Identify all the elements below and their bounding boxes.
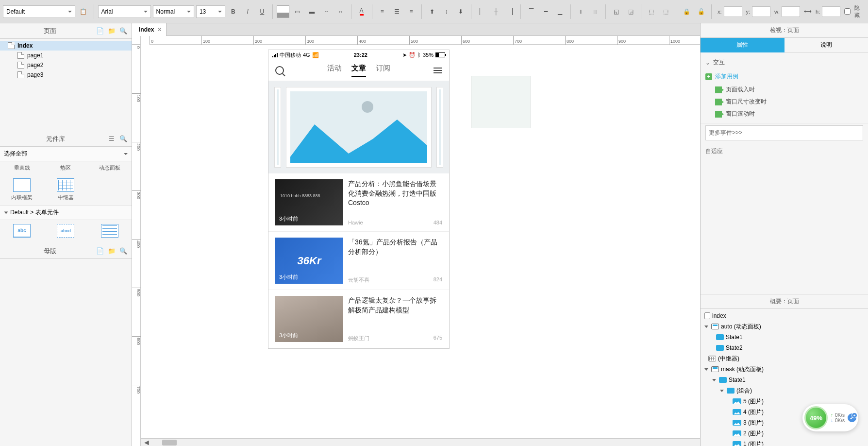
style-manager-icon[interactable]: 📋 (77, 5, 90, 18)
text-color-button[interactable]: A (355, 5, 368, 18)
page-icon (704, 312, 710, 319)
italic-button[interactable]: I (241, 5, 254, 18)
outline-dynpanel[interactable]: mask (动态面板) (701, 364, 868, 375)
border-button[interactable]: ▬ (305, 5, 318, 18)
article-title: 产品逻辑太复杂？一个故事拆解极简产品建构模型 (348, 296, 442, 315)
widget-form-2[interactable]: abcd (44, 224, 87, 240)
outline-state[interactable]: State2 (701, 343, 868, 353)
outline-root[interactable]: index (701, 310, 868, 321)
scrollbar-horizontal[interactable]: ◄ (141, 438, 700, 446)
event-page-load[interactable]: 页面载入时 (705, 84, 863, 96)
event-window-resize[interactable]: 窗口尺寸改变时 (705, 96, 863, 108)
article-thumb: 36Kr3小时前 (275, 238, 343, 284)
valign-bottom-button[interactable]: ⬇ (454, 5, 467, 18)
canvas[interactable]: 中国移动 4G 📶 23:22 ➤ ⏰ ᛒ 35% (141, 45, 700, 446)
style-select[interactable]: Default (3, 5, 75, 18)
send-back[interactable]: ◲ (624, 5, 637, 18)
add-folder-icon[interactable]: 📁 (107, 27, 116, 35)
lock-button[interactable]: 🔒 (680, 5, 693, 18)
line-color-button[interactable]: ▭ (291, 5, 304, 18)
link-wh-icon[interactable]: ⟷ (804, 8, 812, 15)
search-pages-icon[interactable]: 🔍 (119, 27, 128, 35)
group-button[interactable]: ⬚ (645, 5, 658, 18)
x-input[interactable] (724, 6, 742, 17)
underline-button[interactable]: U (256, 5, 268, 18)
hidden-checkbox[interactable] (844, 8, 851, 15)
font-select[interactable]: Arial (98, 5, 151, 18)
h-input[interactable] (822, 6, 840, 17)
outline-image[interactable]: 1 (图片) (701, 439, 868, 446)
format-toolbar: Default 📋 Arial Normal 13 B I U ▭ ▬ ╌ ↔ … (0, 0, 868, 23)
align-center-button[interactable]: ☰ (390, 5, 403, 18)
align-left-button[interactable]: ≡ (376, 5, 388, 18)
article-item[interactable]: 1010 bbbb 8883 8883小时前 产品分析：小黑鱼能否借场景化消费金… (268, 173, 449, 232)
placeholder-block[interactable] (471, 76, 531, 128)
obj-align-center[interactable]: ┼ (490, 5, 502, 18)
page-item[interactable]: page3 (0, 70, 132, 80)
widget-form-1[interactable]: abc (0, 224, 44, 240)
article-item[interactable]: 3小时前 产品逻辑太复杂？一个故事拆解极简产品建构模型蚂蚁王门675 (268, 290, 449, 348)
accelerate-icon[interactable]: ✓ (848, 413, 856, 422)
interactions-section[interactable]: ⌄交互 (705, 55, 863, 69)
svg-marker-0 (290, 120, 427, 163)
page-root[interactable]: index (0, 41, 132, 51)
obj-align-middle[interactable]: ━ (539, 5, 552, 18)
align-right-button[interactable]: ≡ (405, 5, 417, 18)
outline-state[interactable]: State1 (701, 332, 868, 343)
editor-tab[interactable]: index× (132, 23, 167, 36)
outline-dynpanel[interactable]: auto (动态面板) (701, 321, 868, 332)
nav-tab-article[interactable]: 文章 (351, 64, 366, 77)
fill-color-button[interactable] (277, 5, 289, 18)
add-master-icon[interactable]: 📄 (96, 247, 104, 256)
tab-notes[interactable]: 说明 (785, 38, 868, 52)
distribute-h[interactable]: ⫴ (575, 5, 587, 18)
size-select[interactable]: 13 (196, 5, 225, 18)
obj-align-bottom[interactable]: ▁ (554, 5, 567, 18)
event-window-scroll[interactable]: 窗口滚动时 (705, 108, 863, 120)
article-item[interactable]: 36Kr3小时前 「36氪」产品分析报告（产品分析部分）云胡不喜824 (268, 232, 449, 290)
arrow-button[interactable]: ↔ (334, 5, 347, 18)
outline-state[interactable]: State1 (701, 375, 868, 385)
bold-button[interactable]: B (227, 5, 240, 18)
line-style-button[interactable]: ╌ (320, 5, 333, 18)
textarea-icon: abcd (57, 224, 74, 238)
library-category[interactable]: Default > 表单元件 (0, 205, 132, 220)
search-masters-icon[interactable]: 🔍 (119, 247, 128, 256)
library-filter[interactable]: 选择全部 (0, 147, 132, 161)
w-input[interactable] (782, 6, 800, 17)
obj-align-top[interactable]: ▔ (525, 5, 537, 18)
outline-group[interactable]: (组合) (701, 385, 868, 396)
more-events-button[interactable]: 更多事件>>> (705, 125, 863, 140)
obj-align-right[interactable]: ▕ (504, 5, 517, 18)
weight-select[interactable]: Normal (153, 5, 194, 18)
close-tab-icon[interactable]: × (158, 26, 161, 33)
valign-middle-button[interactable]: ↕ (440, 5, 453, 18)
page-item[interactable]: page1 (0, 51, 132, 60)
nav-tab-subscribe[interactable]: 订阅 (376, 64, 390, 77)
menu-icon[interactable] (434, 68, 442, 73)
ungroup-button[interactable]: ⬚ (660, 5, 672, 18)
search-icon[interactable] (275, 66, 284, 75)
bluetooth-icon: ᛒ (417, 52, 421, 58)
tab-properties[interactable]: 属性 (701, 38, 785, 52)
add-case-button[interactable]: +添加用例 (705, 69, 863, 84)
nav-tab-activity[interactable]: 活动 (327, 64, 342, 77)
outline-repeater[interactable]: (中继器) (701, 353, 868, 364)
obj-align-left[interactable]: ▏ (475, 5, 488, 18)
speed-widget[interactable]: 49% ↑0K/s ↓0K/s ✓ (802, 404, 858, 431)
widget-repeater[interactable]: 中继器 (44, 178, 87, 201)
unlock-button[interactable]: 🔓 (695, 5, 707, 18)
add-master-folder-icon[interactable]: 📁 (107, 247, 116, 256)
valign-top-button[interactable]: ⬆ (426, 5, 438, 18)
widget-inline-frame[interactable]: 内联框架 (0, 178, 44, 201)
bring-front[interactable]: ◱ (610, 5, 622, 18)
widget-form-3[interactable] (88, 224, 132, 240)
hidden-label: 隐藏 (854, 4, 865, 19)
distribute-v[interactable]: ⫼ (589, 5, 602, 18)
hero-carousel[interactable] (268, 81, 449, 173)
add-page-icon[interactable]: 📄 (96, 27, 104, 35)
y-input[interactable] (752, 6, 770, 17)
library-menu-icon[interactable]: ☰ (107, 135, 116, 143)
page-item[interactable]: page2 (0, 60, 132, 70)
library-search-icon[interactable]: 🔍 (119, 135, 128, 143)
